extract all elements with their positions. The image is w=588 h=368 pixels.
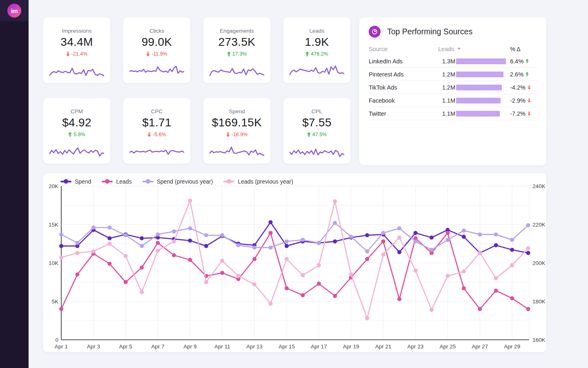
source-row[interactable]: Pinterest Ads 1.2M 2.6% bbox=[369, 68, 538, 81]
source-change-text: -7.2% bbox=[510, 110, 526, 117]
pie-chart-icon bbox=[369, 26, 381, 38]
column-leads-sort[interactable]: Leads bbox=[438, 46, 510, 52]
legend-item-1[interactable]: Leads bbox=[102, 177, 131, 186]
data-point bbox=[172, 229, 176, 233]
data-point bbox=[526, 246, 530, 250]
data-point bbox=[172, 253, 176, 257]
kpi-change-text: -5.6% bbox=[153, 132, 166, 137]
data-point bbox=[140, 236, 144, 240]
x-axis-tick: Apr 25 bbox=[439, 343, 456, 350]
kpi-card-impressions[interactable]: Impressions 34.4M -21.4% bbox=[43, 18, 110, 83]
source-name: Facebook bbox=[369, 97, 438, 104]
data-point bbox=[301, 238, 305, 242]
kpi-value: $4.92 bbox=[43, 116, 110, 129]
data-point bbox=[59, 244, 63, 248]
right-axis-tick: 180K bbox=[532, 298, 546, 305]
data-point bbox=[333, 221, 337, 225]
x-axis-tick: Apr 21 bbox=[375, 343, 392, 350]
data-point bbox=[252, 257, 256, 261]
source-leads-bar bbox=[456, 111, 500, 117]
data-point bbox=[107, 242, 111, 246]
source-change-text: -4.2% bbox=[510, 84, 526, 91]
data-point bbox=[269, 245, 273, 249]
data-point bbox=[445, 238, 450, 242]
kpi-change-text: 17.3% bbox=[232, 51, 247, 57]
kpi-change: -11.9% bbox=[123, 51, 190, 57]
kpi-value: 1.9K bbox=[283, 36, 350, 49]
data-point bbox=[204, 244, 208, 248]
sources-header: Top Performing Sources bbox=[369, 26, 538, 38]
x-axis-tick: Apr 27 bbox=[472, 343, 488, 350]
data-point bbox=[365, 249, 369, 254]
legend-item-0[interactable]: Spend bbox=[60, 177, 91, 186]
data-point bbox=[478, 307, 482, 311]
right-axis-tick: 160K bbox=[532, 337, 546, 343]
kpi-change-text: 47.5% bbox=[312, 132, 327, 137]
kpi-card-clicks[interactable]: Clicks 99.0K -11.9% bbox=[123, 18, 190, 83]
kpi-value: $1.71 bbox=[123, 116, 190, 129]
source-leads-value: 1.3M bbox=[438, 58, 455, 65]
source-row[interactable]: Twitter 1.1M -7.2% bbox=[369, 107, 538, 120]
kpi-sparkline bbox=[129, 62, 184, 79]
data-point bbox=[75, 251, 79, 255]
legend-item-2[interactable]: Spend (previous year) bbox=[143, 177, 213, 186]
data-point bbox=[269, 302, 273, 306]
data-point bbox=[285, 286, 289, 290]
data-point bbox=[301, 293, 305, 297]
kpi-title: Spend bbox=[203, 108, 270, 114]
data-point bbox=[349, 272, 353, 276]
source-row[interactable]: LinkedIn Ads 1.3M 6.4% bbox=[369, 55, 538, 68]
legend-item-3[interactable]: Leads (previous year) bbox=[223, 177, 293, 186]
data-point bbox=[75, 272, 79, 276]
kpi-card-cpc[interactable]: CPC $1.71 -5.6% bbox=[123, 98, 190, 164]
data-point bbox=[156, 241, 160, 245]
data-point bbox=[510, 248, 514, 252]
axis-labels: 05K10K15K20K160K180K200K220K240KApr 1Apr… bbox=[49, 183, 546, 350]
sources-title: Top Performing Sources bbox=[387, 27, 472, 36]
arrow-down-icon bbox=[146, 52, 150, 56]
kpi-card-leads[interactable]: Leads 1.9K 476.2% bbox=[283, 18, 350, 83]
legend-label: Spend (previous year) bbox=[157, 178, 213, 185]
column-percent-delta: % Δ bbox=[510, 46, 521, 52]
top-sources-card: Top Performing Sources Source Leads % Δ … bbox=[359, 18, 546, 165]
arrow-up-icon bbox=[526, 59, 529, 63]
line-chart[interactable]: 05K10K15K20K160K180K200K220K240KApr 1Apr… bbox=[43, 173, 546, 352]
arrow-down-icon bbox=[528, 85, 531, 90]
kpi-card-engagements[interactable]: Engagements 273.5K 17.3% bbox=[203, 18, 270, 83]
chart-legend: SpendLeadsSpend (previous year)Leads (pr… bbox=[60, 177, 293, 186]
x-axis-tick: Apr 15 bbox=[278, 343, 295, 350]
legend-marker bbox=[223, 181, 234, 182]
source-row[interactable]: TikTok Ads 1.2M -4.2% bbox=[369, 81, 538, 94]
source-row[interactable]: Facebook 1.1M -2.9% bbox=[369, 94, 538, 107]
data-point bbox=[269, 220, 273, 224]
data-point bbox=[317, 282, 321, 286]
data-point bbox=[204, 233, 208, 237]
source-name: TikTok Ads bbox=[369, 84, 438, 91]
data-point bbox=[526, 251, 530, 255]
data-point bbox=[333, 294, 337, 298]
kpi-sparkline bbox=[49, 62, 104, 79]
data-point bbox=[107, 262, 111, 266]
data-point bbox=[526, 307, 530, 311]
main-content: Impressions 34.4M -21.4% Clicks 99.0K -1… bbox=[29, 0, 588, 368]
kpi-value: 34.4M bbox=[43, 36, 110, 49]
app-logo[interactable]: im bbox=[7, 4, 21, 18]
data-point bbox=[381, 239, 385, 243]
arrow-down-icon bbox=[147, 132, 151, 137]
data-point bbox=[124, 254, 128, 258]
kpi-title: CPM bbox=[43, 108, 110, 114]
kpi-card-cpl[interactable]: CPL $7.55 47.5% bbox=[283, 98, 350, 164]
column-leads-label: Leads bbox=[438, 46, 454, 52]
data-point bbox=[140, 244, 144, 248]
data-point bbox=[188, 239, 192, 243]
kpi-card-spend[interactable]: Spend $169.15K -16.9% bbox=[203, 98, 270, 164]
kpi-card-cpm[interactable]: CPM $4.92 5.8% bbox=[43, 98, 110, 164]
data-point bbox=[59, 232, 63, 236]
legend-label: Spend bbox=[75, 178, 91, 185]
source-leads-value: 1.2M bbox=[438, 84, 455, 91]
data-point bbox=[285, 244, 289, 248]
kpi-value: 273.5K bbox=[203, 36, 270, 49]
legend-label: Leads bbox=[116, 178, 131, 185]
data-point bbox=[220, 233, 224, 237]
data-point bbox=[75, 241, 79, 245]
